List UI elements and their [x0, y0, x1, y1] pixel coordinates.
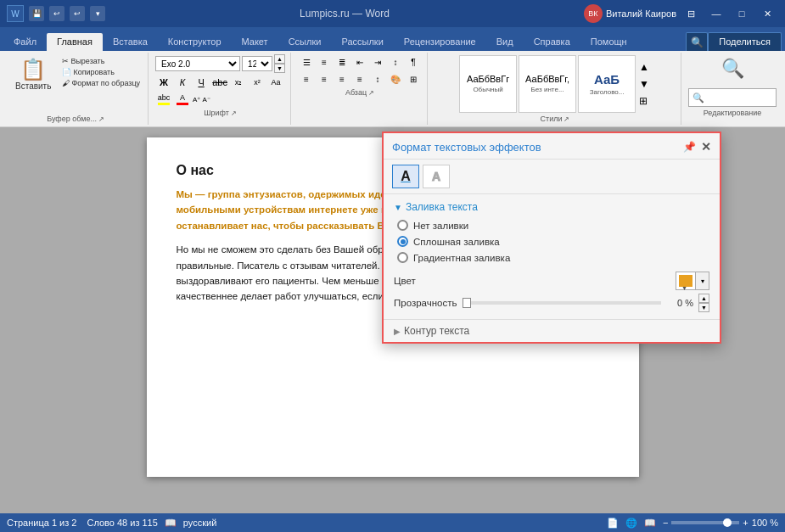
italic-btn[interactable]: К [174, 75, 191, 90]
transparency-down-btn[interactable]: ▼ [698, 303, 709, 312]
align-center-btn[interactable]: ≡ [316, 71, 333, 87]
panel-fill-header[interactable]: ▼ Заливка текста [394, 201, 709, 213]
tab-mailings[interactable]: Рассылки [331, 33, 393, 51]
justify-btn[interactable]: ≡ [351, 71, 368, 87]
copy-btn[interactable]: 📄 Копировать [59, 67, 143, 77]
style-normal[interactable]: АаБбВвГг Обычный [459, 55, 517, 113]
font-size-select[interactable]: 12 [242, 56, 272, 71]
ribbon-toggle-btn[interactable]: ⊟ [680, 3, 702, 25]
tab-layout[interactable]: Макет [232, 33, 278, 51]
panel-tab-fill[interactable]: A [392, 165, 419, 188]
highlight-color-bar [158, 103, 170, 105]
share-btn[interactable]: Поделиться [708, 32, 782, 51]
color-picker-btn[interactable]: ▾ [676, 272, 709, 290]
cut-btn[interactable]: ✂ Вырезать [59, 56, 143, 66]
font-size-up-btn[interactable]: ▲ [274, 54, 285, 64]
undo-btn[interactable]: ↩ [49, 6, 64, 21]
outline-title: Контур текста [404, 325, 469, 337]
color-dropdown-arrow[interactable]: ▾ [695, 272, 709, 289]
text-size-decrease[interactable]: A⁻ [202, 96, 210, 104]
bold-btn[interactable]: Ж [155, 75, 172, 90]
panel-close-btn[interactable]: ✕ [701, 140, 711, 154]
customize-btn[interactable]: ▾ [90, 6, 105, 21]
tab-home[interactable]: Главная [47, 33, 103, 51]
tab-review[interactable]: Рецензирование [394, 33, 486, 51]
tab-references[interactable]: Ссылки [278, 33, 332, 51]
tab-insert[interactable]: Вставка [103, 33, 158, 51]
view-mode-read[interactable]: 📖 [644, 518, 656, 529]
editing-btn[interactable]: 🔍 [710, 54, 754, 83]
zoom-out-btn[interactable]: − [663, 518, 668, 528]
quick-save-btn[interactable]: 💾 [29, 6, 44, 21]
multilevel-btn[interactable]: ≣ [334, 54, 350, 70]
shading-btn[interactable]: 🎨 [387, 71, 404, 87]
redo-btn[interactable]: ↩ [70, 6, 85, 21]
font-name-select[interactable]: Exo 2.0 [155, 56, 240, 71]
gradient-fill-label: Градиентная заливка [413, 253, 510, 263]
line-spacing-btn[interactable]: ↕ [369, 71, 386, 87]
editing-icon: 🔍 [721, 58, 744, 80]
zoom-slider-track[interactable] [671, 521, 739, 524]
style-scroll-down[interactable]: ▼ [637, 76, 651, 92]
paragraph-buttons: ☰ ≡ ≣ ⇤ ⇥ ↕ ¶ ≡ ≡ ≡ ≡ ↕ 🎨 ⊞ [298, 54, 422, 87]
paste-button[interactable]: 📋 Вставить [8, 54, 58, 94]
fill-radio-group: Нет заливки Сплошная заливка Градиентная… [397, 220, 709, 263]
maximize-btn[interactable]: □ [731, 3, 753, 25]
search-input[interactable] [708, 93, 776, 103]
panel-tab-outline[interactable]: A [423, 165, 450, 188]
format-effects-panel: Формат текстовых эффектов 📌 ✕ A A ▼ Зали… [382, 132, 721, 344]
paste-icon: 📋 [20, 58, 46, 81]
user-badge: ВК Виталий Каиров [584, 4, 676, 23]
ribbon-group-clipboard: 📋 Вставить ✂ Вырезать 📄 Копировать 🖌 Фор… [3, 53, 149, 125]
view-mode-web[interactable]: 🌐 [625, 518, 637, 529]
panel-fill-section: ▼ Заливка текста Нет заливки Сплошная за… [384, 194, 720, 319]
tab-file[interactable]: Файл [3, 33, 47, 51]
increase-indent-btn[interactable]: ⇥ [369, 54, 386, 70]
gradient-fill-option[interactable]: Градиентная заливка [397, 252, 709, 263]
tab-assist[interactable]: Помощн [580, 33, 637, 51]
decrease-indent-btn[interactable]: ⇤ [351, 54, 368, 70]
style-normal-label: Обычный [473, 86, 502, 93]
numbering-btn[interactable]: ≡ [316, 54, 333, 70]
font-color-row: abc A A⁺ A⁻ [155, 92, 285, 107]
show-marks-btn[interactable]: ¶ [405, 54, 422, 70]
borders-btn[interactable]: ⊞ [405, 71, 422, 87]
strikethrough-btn[interactable]: abc [211, 75, 228, 90]
subscript-btn[interactable]: x₂ [230, 75, 247, 90]
minimize-btn[interactable]: — [705, 3, 727, 25]
highlight-btn[interactable]: abc [155, 92, 172, 107]
clipboard-expand-arrow[interactable]: ↗ [98, 115, 104, 123]
close-btn[interactable]: ✕ [756, 3, 778, 25]
tab-help[interactable]: Справка [524, 33, 580, 51]
format-painter-btn[interactable]: 🖌 Формат по образцу [59, 78, 143, 88]
clipboard-small-buttons: ✂ Вырезать 📄 Копировать 🖌 Формат по обра… [59, 56, 143, 88]
align-right-btn[interactable]: ≡ [334, 71, 350, 87]
search-icon[interactable]: 🔍 [686, 32, 708, 51]
panel-pin-btn[interactable]: 📌 [683, 141, 696, 153]
styles-expand-arrow[interactable]: ↗ [564, 115, 569, 123]
font-size-down-btn[interactable]: ▼ [274, 64, 285, 73]
style-heading[interactable]: АаБ Заголово... [578, 55, 636, 113]
para-expand-arrow[interactable]: ↗ [368, 89, 374, 97]
text-size-increase[interactable]: A⁺ [193, 96, 200, 104]
outline-header[interactable]: ▶ Контур текста [394, 325, 709, 337]
sort-btn[interactable]: ↕ [387, 54, 404, 70]
font-expand-arrow[interactable]: ↗ [231, 109, 237, 117]
align-left-btn[interactable]: ≡ [298, 71, 315, 87]
no-fill-option[interactable]: Нет заливки [397, 220, 709, 231]
view-mode-print[interactable]: 📄 [607, 518, 619, 529]
font-color-btn[interactable]: A [174, 92, 191, 107]
tab-design[interactable]: Конструктор [158, 33, 232, 51]
transparency-up-btn[interactable]: ▲ [698, 294, 709, 303]
bullets-btn[interactable]: ☰ [298, 54, 315, 70]
transparency-slider[interactable] [463, 301, 662, 305]
zoom-in-btn[interactable]: + [743, 518, 748, 528]
style-expand-btn[interactable]: ⊞ [637, 93, 651, 109]
clear-format-btn[interactable]: Aa [267, 75, 284, 90]
tab-view[interactable]: Вид [486, 33, 524, 51]
underline-btn[interactable]: Ч [193, 75, 210, 90]
style-scroll-up[interactable]: ▲ [637, 59, 651, 75]
superscript-btn[interactable]: x² [249, 75, 266, 90]
solid-fill-option[interactable]: Сплошная заливка [397, 236, 709, 247]
style-no-spacing[interactable]: АаБбВвГг, Без инте... [519, 55, 576, 113]
